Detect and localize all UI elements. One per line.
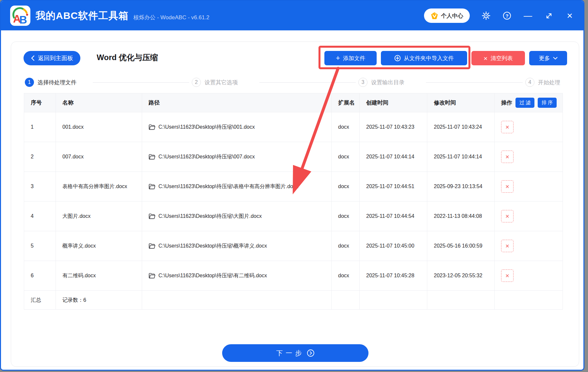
delete-file-button[interactable]: × [501,269,514,282]
clear-x-icon: × [483,55,487,62]
header-index: 序号 [24,93,56,112]
titlebar: A B 我的ABC软件工具箱 核烁办公 - WodeABC - v6.61.2 … [1,1,583,30]
step-1-label: 选择待处理文件 [38,79,76,86]
folder-icon [149,243,155,249]
clear-list-button[interactable]: × 清空列表 [471,51,525,65]
clear-list-label: 清空列表 [491,55,513,62]
header-actions: 操作 过 滤 排 序 [495,93,563,112]
cell-path: C:\Users\11623\Desktop\待压缩\表格中有高分辨率图片.do… [142,172,332,202]
add-files-button[interactable]: + 添加文件 [324,51,377,65]
titlebar-controls: 个人中心 ? [424,8,574,23]
folder-icon [149,124,155,130]
step-connector [259,82,356,83]
app-window: A B 我的ABC软件工具箱 核烁办公 - WodeABC - v6.61.2 … [0,0,584,371]
cell-path: C:\Users\11623\Desktop\待压缩\大图片.docx [142,202,332,231]
cell-created: 2025-11-07 10:44:54 [360,202,427,231]
table-row: 4 大图片.docx C:\Users\11623\Desktop\待压缩\大图… [24,202,563,231]
cell-ext: docx [332,231,360,261]
maximize-button[interactable] [544,11,553,20]
minimize-button[interactable]: — [523,11,532,20]
cell-name: 007.docx [56,142,142,172]
cell-ext: docx [332,261,360,291]
path-text: C:\Users\11623\Desktop\待压缩\大图片.docx [158,213,262,219]
circle-plus-icon [394,55,401,61]
cell-name: 001.docx [56,112,142,142]
plus-icon: + [336,55,340,62]
delete-file-button[interactable]: × [501,121,514,133]
path-text: C:\Users\11623\Desktop\待压缩\007.docx [158,154,255,159]
next-step-label: 下一步 [276,349,305,358]
cell-path: C:\Users\11623\Desktop\待压缩\概率讲义.docx [142,231,332,261]
next-step-button[interactable]: 下一步 [222,344,368,362]
path-text: C:\Users\11623\Desktop\待压缩\有二维码.docx [158,273,267,278]
folder-icon [149,154,155,160]
toolbar-actions: + 添加文件 从文件夹中导入文件 × 清空列表 更多 [324,51,567,65]
delete-file-button[interactable]: × [501,210,514,222]
summary-count: 记录数：6 [56,291,142,310]
cell-name: 大图片.docx [56,202,142,231]
user-center-button[interactable]: 个人中心 [424,8,470,23]
step-2-options: 2 设置其它选项 [192,78,238,87]
cell-modified: 2022-11-13 08:44:08 [427,202,495,231]
back-to-dashboard-button[interactable]: 返回到主面板 [24,51,80,65]
svg-text:B: B [19,14,27,26]
page-title: Word 优化与压缩 [97,52,158,63]
header-modified: 修改时间 [427,93,495,112]
svg-text:?: ? [505,13,508,19]
cell-ext: docx [332,142,360,172]
folder-icon [149,184,155,189]
summary-label: 汇总 [24,291,56,310]
path-text: C:\Users\11623\Desktop\待压缩\表格中有高分辨率图片.do… [158,184,298,189]
back-label: 返回到主面板 [38,54,73,62]
path-text: C:\Users\11623\Desktop\待压缩\概率讲义.docx [158,243,267,249]
cell-index: 4 [24,202,56,231]
cell-created: 2025-11-07 10:45:28 [360,261,427,291]
help-icon[interactable]: ? [502,11,512,20]
cell-name: 概率讲义.docx [56,231,142,261]
cell-created: 2025-11-07 10:44:51 [360,172,427,202]
cell-created: 2025-11-07 10:44:14 [360,142,427,172]
table-row: 3 表格中有高分辨率图片.docx C:\Users\11623\Desktop… [24,172,563,202]
cell-index: 2 [24,142,56,172]
header-created: 创建时间 [360,93,427,112]
step-2-label: 设置其它选项 [204,79,238,86]
filter-button[interactable]: 过 滤 [515,98,534,108]
summary-row: 汇总 记录数：6 [24,291,563,310]
cell-actions: × [495,231,563,261]
step-1-number: 1 [25,78,34,87]
header-name: 名称 [56,93,142,112]
cell-index: 5 [24,231,56,261]
app-subtitle: 核烁办公 - WodeABC - v6.61.2 [133,14,209,21]
app-title: 我的ABC软件工具箱 [36,9,129,23]
settings-icon[interactable] [482,11,491,20]
delete-file-button[interactable]: × [501,151,514,163]
step-connector [426,82,523,83]
main-panel: 返回到主面板 Word 优化与压缩 + 添加文件 从文件夹中导入文件 × 清空列… [11,41,579,367]
cell-modified: 2025-09-23 10:13:54 [427,172,495,202]
more-button[interactable]: 更多 [529,51,567,65]
step-3-number: 3 [358,78,368,87]
file-table: 序号 名称 路径 扩展名 创建时间 修改时间 操作 过 滤 排 序 [24,93,563,310]
cell-ext: docx [332,112,360,142]
import-from-folder-button[interactable]: 从文件夹中导入文件 [381,51,467,65]
sort-button[interactable]: 排 序 [538,98,557,108]
cell-actions: × [495,202,563,231]
close-button[interactable]: × [565,11,574,20]
header-ext: 扩展名 [332,93,360,112]
delete-file-button[interactable]: × [501,180,514,193]
actions-label: 操作 [501,99,512,106]
step-4-label: 开始处理 [538,79,560,86]
folder-icon [149,273,155,279]
path-text: C:\Users\11623\Desktop\待压缩\001.docx [158,124,255,130]
step-connector [93,82,189,83]
delete-file-button[interactable]: × [501,240,514,252]
cell-path: C:\Users\11623\Desktop\待压缩\有二维码.docx [142,261,332,291]
cell-actions: × [495,142,563,172]
table-header-row: 序号 名称 路径 扩展名 创建时间 修改时间 操作 过 滤 排 序 [24,93,563,112]
add-files-label: 添加文件 [343,55,365,62]
cell-path: C:\Users\11623\Desktop\待压缩\007.docx [142,142,332,172]
cell-ext: docx [332,202,360,231]
table-row: 5 概率讲义.docx C:\Users\11623\Desktop\待压缩\概… [24,231,563,261]
cell-name: 有二维码.docx [56,261,142,291]
chevron-down-icon [553,57,558,60]
